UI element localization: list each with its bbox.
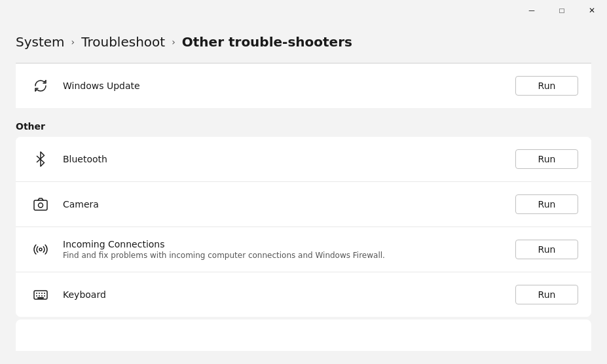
windows-update-info: Windows Update [63,81,515,91]
next-item-partial [16,319,591,351]
svg-rect-0 [34,200,47,210]
incoming-connections-icon-container [29,238,52,261]
incoming-connections-row: Incoming Connections Find and fix proble… [16,227,591,272]
windows-update-row: Windows Update Run [16,64,591,108]
windows-update-card: Windows Update Run [16,64,591,108]
camera-info: Camera [63,199,515,209]
camera-run-button[interactable]: Run [515,194,578,214]
breadcrumb-current: Other trouble-shooters [182,34,352,50]
incoming-connections-icon [33,242,48,257]
breadcrumb-troubleshoot[interactable]: Troubleshoot [81,34,165,50]
incoming-connections-title: Incoming Connections [63,239,515,249]
windows-update-icon [29,74,52,98]
camera-icon-container [29,192,52,216]
bluetooth-title: Bluetooth [63,154,515,164]
camera-icon [33,196,48,212]
other-section-label: Other [16,111,591,137]
bluetooth-icon [33,151,48,167]
windows-update-run-button[interactable]: Run [515,76,578,96]
bluetooth-info: Bluetooth [63,154,515,164]
svg-point-2 [39,248,42,251]
breadcrumb: System › Troubleshoot › Other trouble-sh… [16,34,591,50]
keyboard-run-button[interactable]: Run [515,285,578,304]
camera-row: Camera Run [16,182,591,227]
maximize-button[interactable]: □ [547,0,577,21]
bluetooth-icon-container [29,147,52,171]
keyboard-info: Keyboard [63,289,515,300]
keyboard-row: Keyboard Run [16,272,591,317]
refresh-icon [33,78,48,94]
title-bar: ─ □ ✕ [517,0,607,21]
incoming-connections-desc: Find and fix problems with incoming comp… [63,251,515,260]
incoming-connections-run-button[interactable]: Run [515,240,578,259]
keyboard-title: Keyboard [63,289,515,300]
camera-title: Camera [63,199,515,209]
keyboard-icon [33,287,48,302]
main-content: System › Troubleshoot › Other trouble-sh… [0,21,607,351]
incoming-connections-info: Incoming Connections Find and fix proble… [63,239,515,260]
breadcrumb-sep-1: › [71,37,75,47]
close-button[interactable]: ✕ [577,0,607,21]
breadcrumb-system[interactable]: System [16,34,65,50]
keyboard-icon-container [29,283,52,306]
other-items-card: Bluetooth Run Camera Run [16,137,591,317]
breadcrumb-sep-2: › [172,37,175,47]
minimize-button[interactable]: ─ [517,0,547,21]
bluetooth-run-button[interactable]: Run [515,149,578,169]
windows-update-title: Windows Update [63,81,515,91]
bluetooth-row: Bluetooth Run [16,137,591,182]
svg-point-1 [39,203,43,208]
